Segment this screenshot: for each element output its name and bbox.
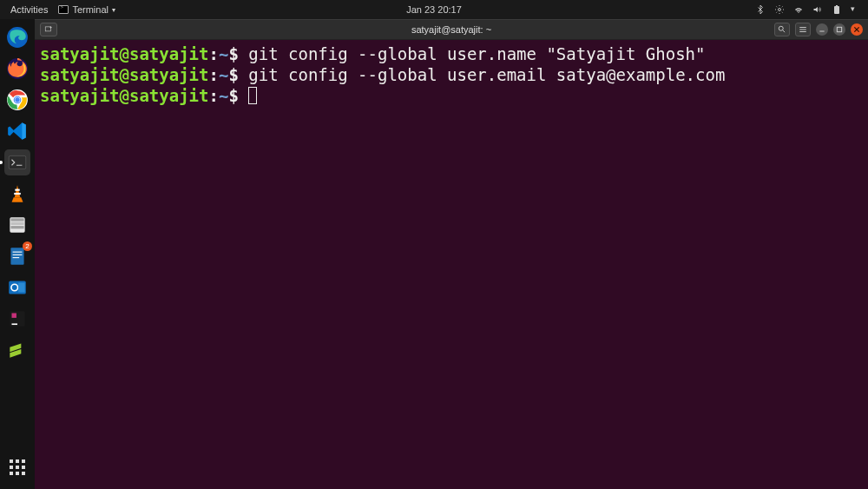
terminal-line: satyajit@satyajit:~$ <box>40 85 863 106</box>
dock-item-terminal[interactable] <box>4 149 30 175</box>
maximize-button[interactable] <box>833 23 845 36</box>
dock-item-outlook[interactable] <box>4 274 30 301</box>
maximize-icon <box>836 26 843 33</box>
dock-item-firefox[interactable] <box>4 56 30 82</box>
svg-rect-22 <box>18 283 25 293</box>
power-chevron-icon[interactable]: ▾ <box>851 4 861 15</box>
wifi-icon[interactable] <box>793 4 804 15</box>
svg-point-8 <box>15 97 19 102</box>
svg-rect-11 <box>14 193 21 195</box>
terminal-icon <box>6 151 29 174</box>
volume-icon[interactable] <box>812 4 823 15</box>
activities-button[interactable]: Activities <box>7 3 51 17</box>
svg-rect-19 <box>13 257 20 258</box>
terminal-line: satyajit@satyajit:~$ git config --global… <box>40 43 863 64</box>
show-applications-button[interactable] <box>4 454 30 480</box>
command-text: git config --global user.name "Satyajit … <box>248 44 705 63</box>
app-indicator[interactable]: Terminal ▾ <box>58 4 115 15</box>
svg-rect-15 <box>10 226 23 228</box>
dock-item-vscode[interactable] <box>4 118 30 144</box>
new-tab-button[interactable] <box>40 23 57 36</box>
close-button[interactable] <box>851 23 863 36</box>
arrow-icon <box>6 339 29 361</box>
vlc-icon <box>6 182 29 205</box>
svg-rect-9 <box>9 155 26 169</box>
prompt-user: satyajit@satyajit <box>40 86 208 105</box>
svg-rect-16 <box>10 248 23 265</box>
command-text: git config --global user.email satya@exa… <box>248 65 725 84</box>
search-button[interactable] <box>774 23 790 36</box>
cursor <box>248 87 257 104</box>
menu-button[interactable] <box>795 23 811 36</box>
dock-item-files[interactable] <box>4 212 30 238</box>
svg-rect-25 <box>12 323 18 325</box>
prompt-user: satyajit@satyajit <box>40 65 208 84</box>
svg-rect-17 <box>13 252 23 253</box>
badge-count: 2 <box>23 241 32 251</box>
chrome-icon <box>6 89 29 111</box>
files-icon <box>6 214 29 236</box>
minimize-icon <box>819 26 825 33</box>
intellij-icon <box>6 307 29 330</box>
svg-rect-24 <box>12 314 16 318</box>
svg-rect-13 <box>10 218 23 221</box>
dock-item-libreoffice-writer[interactable]: 2 <box>4 243 30 269</box>
clock[interactable]: Jan 23 20:17 <box>406 4 462 15</box>
dock-item-chrome[interactable] <box>4 87 30 113</box>
terminal-window: satyajit@satyajit: ~ satyajit@satyajit:~… <box>35 19 868 489</box>
svg-point-27 <box>779 26 783 30</box>
dock-item-intellij[interactable] <box>4 306 30 332</box>
terminal-body[interactable]: satyajit@satyajit:~$ git config --global… <box>35 40 868 489</box>
bluetooth-icon[interactable] <box>755 4 766 15</box>
dock-item-edge[interactable] <box>4 24 30 50</box>
battery-icon[interactable] <box>832 4 842 15</box>
gnome-top-bar: Activities Terminal ▾ Jan 23 20:17 ▾ <box>0 0 868 19</box>
firefox-icon <box>6 57 29 80</box>
svg-rect-1 <box>834 6 839 14</box>
window-title: satyajit@satyajit: ~ <box>411 24 491 35</box>
hamburger-icon <box>799 25 807 34</box>
minimize-button[interactable] <box>816 23 828 36</box>
vscode-icon <box>6 120 29 142</box>
svg-point-0 <box>779 9 781 11</box>
dock-item-sublime[interactable] <box>4 337 30 363</box>
prompt-user: satyajit@satyajit <box>40 44 208 63</box>
dock-item-vlc[interactable] <box>4 181 30 207</box>
edge-icon <box>6 26 29 49</box>
svg-rect-2 <box>836 5 838 6</box>
prompt-path: ~ <box>219 65 228 84</box>
new-tab-icon <box>44 25 53 34</box>
brightness-icon[interactable] <box>774 4 785 15</box>
svg-rect-14 <box>10 222 23 225</box>
dock: 2 <box>0 19 35 489</box>
svg-rect-18 <box>13 254 23 255</box>
app-name-label: Terminal <box>72 4 108 15</box>
chevron-down-icon: ▾ <box>112 6 115 14</box>
terminal-line: satyajit@satyajit:~$ git config --global… <box>40 64 863 85</box>
search-icon <box>778 25 786 34</box>
close-icon <box>853 26 860 33</box>
terminal-icon <box>58 5 69 14</box>
svg-rect-10 <box>15 189 19 191</box>
prompt-path: ~ <box>219 44 228 63</box>
prompt-path: ~ <box>219 86 228 105</box>
title-bar: satyajit@satyajit: ~ <box>35 19 868 40</box>
svg-rect-28 <box>837 27 841 31</box>
outlook-icon <box>6 276 29 299</box>
